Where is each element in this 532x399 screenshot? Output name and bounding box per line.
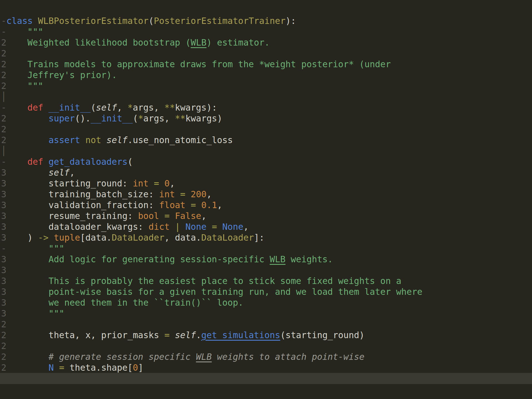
- fold-column-marker[interactable]: 2: [0, 362, 6, 373]
- fold-column-marker[interactable]: 3: [0, 178, 6, 189]
- code-line[interactable]: 2 super().__init__(*args, **kwargs): [0, 113, 532, 124]
- fold-column-marker[interactable]: 3: [0, 308, 6, 319]
- status-bar: examples/class.py 1,0-1 Top: [0, 373, 532, 384]
- fold-column-marker[interactable]: 3: [0, 167, 6, 178]
- code-line[interactable]: 3 validation_fraction: float = 0.1,: [0, 200, 532, 211]
- code-line[interactable]: - """: [0, 26, 532, 37]
- fold-column-marker[interactable]: 2: [0, 341, 6, 351]
- token: ,: [70, 168, 75, 178]
- code-line[interactable]: 2 theta, x, prior_masks = self.get_simul…: [0, 330, 532, 341]
- fold-column-marker[interactable]: -: [0, 16, 6, 26]
- fold-column-marker[interactable]: 3: [0, 189, 6, 200]
- code-line[interactable]: 2: [0, 124, 532, 135]
- code-line-text: Trains models to approximate draws from …: [6, 59, 391, 70]
- fold-column-marker[interactable]: 2: [0, 113, 6, 124]
- fold-column-marker[interactable]: 2: [0, 330, 6, 341]
- code-line[interactable]: 2 Trains models to approximate draws fro…: [0, 59, 532, 70]
- token: N: [49, 363, 54, 373]
- code-line[interactable]: 2 N = theta.shape[0]: [0, 362, 532, 373]
- code-line[interactable]: - def __init__(self, *args, **kwargs):: [0, 102, 532, 113]
- code-line[interactable]: 2 Weighted likelihood bootstrap (WLB) es…: [0, 37, 532, 48]
- fold-column-marker[interactable]: -: [0, 243, 6, 254]
- code-line[interactable]: 3 Add logic for generating session-speci…: [0, 254, 532, 265]
- code-line[interactable]: 3 point-wise basis for a given training …: [0, 286, 532, 297]
- token: DataLoader: [201, 233, 254, 243]
- token: WLB: [270, 254, 285, 264]
- fold-column-marker[interactable]: 2: [0, 351, 6, 362]
- code-line[interactable]: -class WLBPosteriorEstimator(PosteriorEs…: [0, 16, 532, 26]
- token: (starting_round): [280, 330, 364, 340]
- code-line-text: dataloader_kwargs: dict | None = None,: [6, 221, 249, 232]
- fold-column-marker[interactable]: 2: [0, 37, 6, 48]
- code-line[interactable]: - """: [0, 243, 532, 254]
- token: [170, 330, 175, 340]
- token: bool: [138, 211, 159, 221]
- code-line[interactable]: 3 dataloader_kwargs: dict | None = None,: [0, 221, 532, 232]
- token: def: [27, 103, 43, 113]
- fold-column-marker[interactable]: 3: [0, 254, 6, 265]
- fold-column-marker[interactable]: 3: [0, 297, 6, 308]
- token: [217, 222, 222, 232]
- fold-column-marker[interactable]: 3: [0, 265, 6, 276]
- fold-column-marker[interactable]: -: [0, 156, 6, 167]
- token: ):: [285, 16, 296, 26]
- fold-column-marker[interactable]: 2: [0, 135, 6, 146]
- fold-column-marker[interactable]: 2: [0, 59, 6, 70]
- code-line[interactable]: 2 # generate session specific WLB weight…: [0, 351, 532, 362]
- code-line[interactable]: 3: [0, 265, 532, 276]
- code-line[interactable]: 3 training_batch_size: int = 200,: [0, 189, 532, 200]
- fold-column-marker[interactable]: 3: [0, 232, 6, 243]
- token: |: [175, 222, 180, 232]
- code-line[interactable]: 3 starting_round: int = 0,: [0, 178, 532, 189]
- token: =: [164, 330, 170, 340]
- code-line[interactable]: 2: [0, 341, 532, 351]
- code-line[interactable]: 3 self,: [0, 167, 532, 178]
- token: =: [164, 211, 170, 221]
- code-line[interactable]: │: [0, 91, 532, 102]
- fold-column-marker[interactable]: 3: [0, 286, 6, 297]
- fold-column-marker[interactable]: 2: [0, 124, 6, 135]
- token: tuple: [54, 233, 80, 243]
- code-line[interactable]: │: [0, 146, 532, 156]
- token: [196, 200, 201, 210]
- token: **: [175, 113, 185, 123]
- fold-column-marker[interactable]: -: [0, 26, 6, 37]
- code-line[interactable]: 2 """: [0, 81, 532, 91]
- code-line[interactable]: - def get_dataloaders(: [0, 156, 532, 167]
- fold-column-marker[interactable]: 3: [0, 276, 6, 286]
- token: self: [106, 135, 127, 145]
- token: kwargs): [185, 113, 222, 123]
- code-line[interactable]: 3 ) -> tuple[data.DataLoader, data.DataL…: [0, 232, 532, 243]
- fold-column-marker[interactable]: 2: [0, 81, 6, 91]
- code-line[interactable]: 2 Jeffrey's prior).: [0, 70, 532, 81]
- code-line[interactable]: 3 This is probably the easiest place to …: [0, 276, 532, 286]
- token: get_simulations: [201, 330, 280, 340]
- code-line[interactable]: 2: [0, 319, 532, 330]
- code-line-text: assert not self.use_non_atomic_loss: [6, 135, 233, 146]
- fold-column-marker[interactable]: 2: [0, 319, 6, 330]
- code-line[interactable]: 3 resume_training: bool = False,: [0, 211, 532, 221]
- code-line-text: validation_fraction: float = 0.1,: [6, 200, 222, 211]
- fold-column-marker[interactable]: 2: [0, 48, 6, 59]
- token: super: [49, 113, 75, 123]
- code-line[interactable]: 3 """: [0, 308, 532, 319]
- fold-column-marker[interactable]: │: [0, 91, 6, 102]
- token: Add logic for generating session-specifi…: [6, 254, 270, 264]
- fold-column-marker[interactable]: -: [0, 102, 6, 113]
- code-line-text: Weighted likelihood bootstrap (WLB) esti…: [6, 37, 270, 48]
- code-area[interactable]: -class WLBPosteriorEstimator(PosteriorEs…: [0, 0, 532, 373]
- fold-column-marker[interactable]: 3: [0, 200, 6, 211]
- fold-column-marker[interactable]: │: [0, 146, 6, 156]
- fold-column-marker[interactable]: 3: [0, 221, 6, 232]
- code-line[interactable]: 3 we need them in the ``train()`` loop.: [0, 297, 532, 308]
- token: ().: [75, 113, 91, 123]
- code-line[interactable]: 2 assert not self.use_non_atomic_loss: [0, 135, 532, 146]
- token: =: [154, 178, 159, 188]
- code-line[interactable]: 2: [0, 48, 532, 59]
- code-line-text: we need them in the ``train()`` loop.: [6, 297, 243, 308]
- code-line-text: Jeffrey's prior).: [6, 70, 117, 81]
- fold-column-marker[interactable]: 3: [0, 211, 6, 221]
- code-line-text: Add logic for generating session-specifi…: [6, 254, 333, 265]
- fold-column-marker[interactable]: 2: [0, 70, 6, 81]
- token: """: [6, 308, 64, 318]
